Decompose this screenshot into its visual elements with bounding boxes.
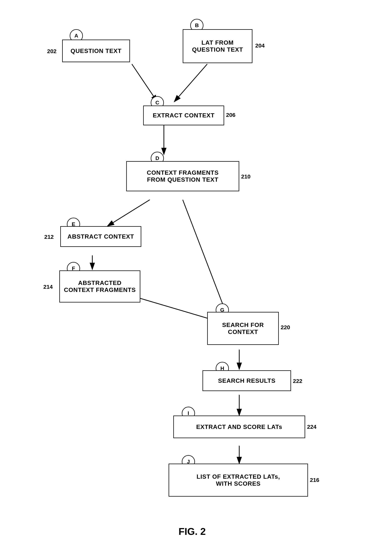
node-g-rect: SEARCH FOR CONTEXT xyxy=(207,312,279,345)
node-j-rect: LIST OF EXTRACTED LATs, WITH SCORES xyxy=(168,464,308,497)
node-f-text: ABSTRACTED CONTEXT FRAGMENTS xyxy=(64,279,136,293)
node-e-rect: ABSTRACT CONTEXT xyxy=(60,226,141,247)
ref-206: 206 xyxy=(226,112,235,118)
node-b-rect: LAT FROM QUESTION TEXT xyxy=(183,29,252,63)
svg-line-2 xyxy=(174,64,207,102)
node-d-rect: CONTEXT FRAGMENTS FROM QUESTION TEXT xyxy=(126,161,239,191)
svg-line-5 xyxy=(183,200,226,313)
node-c-rect: EXTRACT CONTEXT xyxy=(143,106,224,125)
ref-222: 222 xyxy=(293,378,302,384)
node-b-label: B xyxy=(195,22,199,28)
node-g-text: SEARCH FOR CONTEXT xyxy=(222,321,264,335)
node-i-rect: EXTRACT AND SCORE LATs xyxy=(173,416,305,438)
ref-210: 210 xyxy=(241,173,251,180)
node-a-rect: QUESTION TEXT xyxy=(62,40,130,62)
node-e-text: ABSTRACT CONTEXT xyxy=(67,233,134,240)
node-h-rect: SEARCH RESULTS xyxy=(203,370,291,391)
node-j-text: LIST OF EXTRACTED LATs, WITH SCORES xyxy=(196,473,280,487)
node-i-text: EXTRACT AND SCORE LATs xyxy=(196,424,282,431)
node-d-text: CONTEXT FRAGMENTS FROM QUESTION TEXT xyxy=(147,169,218,183)
ref-216: 216 xyxy=(310,477,319,483)
node-d-label: D xyxy=(155,155,159,161)
ref-224: 224 xyxy=(307,424,316,430)
node-a-label: A xyxy=(74,33,78,39)
ref-204: 204 xyxy=(255,42,265,49)
ref-202: 202 xyxy=(47,48,56,55)
svg-line-1 xyxy=(132,64,157,102)
ref-212: 212 xyxy=(44,234,54,240)
diagram: A QUESTION TEXT 202 B LAT FROM QUESTION … xyxy=(0,0,392,552)
node-h-text: SEARCH RESULTS xyxy=(218,377,276,384)
ref-214: 214 xyxy=(43,284,53,290)
svg-line-7 xyxy=(132,296,215,320)
node-c-label: C xyxy=(155,100,159,106)
svg-line-4 xyxy=(107,200,150,226)
node-c-text: EXTRACT CONTEXT xyxy=(153,112,215,119)
node-a-text: QUESTION TEXT xyxy=(71,48,122,55)
node-f-rect: ABSTRACTED CONTEXT FRAGMENTS xyxy=(59,270,140,303)
node-b-text: LAT FROM QUESTION TEXT xyxy=(192,39,243,53)
ref-220: 220 xyxy=(281,324,290,331)
